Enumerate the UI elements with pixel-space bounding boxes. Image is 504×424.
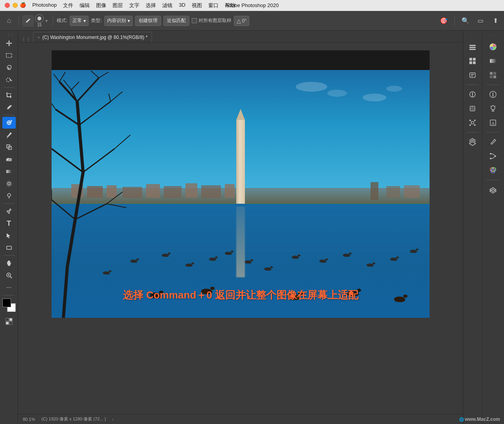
swatches-icon[interactable] <box>487 41 498 52</box>
menu-3d[interactable]: 3D <box>179 2 185 9</box>
pattern-panel-icon[interactable] <box>487 70 498 81</box>
approx-match-btn[interactable]: 近似匹配 <box>163 16 189 26</box>
menu-select[interactable]: 选择 <box>146 2 156 9</box>
close-button[interactable] <box>5 3 10 8</box>
layers-panel-toggle[interactable] <box>467 41 478 52</box>
info-panel-icon[interactable] <box>487 89 498 100</box>
separator-2 <box>53 16 53 26</box>
zoom-tool[interactable] <box>2 269 16 281</box>
foreground-color[interactable] <box>2 299 11 307</box>
quick-mask-toggle[interactable] <box>2 315 16 327</box>
canvas-wrapper[interactable]: 选择 Command＋0 返回并让整个图像在屏幕上适配 <box>18 42 463 414</box>
svg-rect-28 <box>107 185 117 198</box>
svg-rect-33 <box>201 185 221 198</box>
share-icon[interactable]: ⬆ <box>490 15 501 26</box>
duck-6 <box>245 260 252 264</box>
brush-settings-panel-icon[interactable] <box>487 136 498 147</box>
tool-sep-3 <box>4 203 15 204</box>
transform-panel-toggle[interactable] <box>467 117 478 128</box>
panel-col-expand[interactable]: ⋮⋮ <box>469 33 476 37</box>
panel-tools-expand[interactable]: ⋮⋮ <box>490 33 496 37</box>
watermark: 🌐 www.MacZ.com <box>459 417 463 422</box>
pen-tool[interactable] <box>2 205 16 217</box>
adjustments-panel-toggle[interactable] <box>467 103 478 114</box>
hand-tool[interactable] <box>2 257 16 269</box>
type-dropdown[interactable]: 内容识别 ▾ <box>104 16 133 26</box>
menu-window[interactable]: 窗口 <box>208 2 219 9</box>
svg-point-76 <box>491 106 495 110</box>
gradient-panel-icon[interactable] <box>487 55 498 66</box>
menu-file[interactable]: 文件 <box>63 2 73 9</box>
clone-stamp-tool[interactable] <box>2 141 16 153</box>
minimize-button[interactable] <box>13 3 18 8</box>
history-panel-toggle[interactable] <box>467 70 478 81</box>
gradient-tool[interactable] <box>2 166 16 177</box>
sample-all-layers-group: 对所有图层取样 <box>192 17 232 24</box>
menu-image[interactable]: 图像 <box>96 2 106 9</box>
cloud-2 <box>327 90 347 97</box>
crop-tool[interactable] <box>2 89 16 101</box>
target-icon[interactable]: 🎯 <box>438 15 449 26</box>
sample-all-checkbox[interactable] <box>192 18 197 23</box>
create-texture-btn[interactable]: 创建纹理 <box>135 16 161 26</box>
extra-tools[interactable]: ··· <box>2 282 16 293</box>
shape-tool[interactable] <box>2 242 16 254</box>
quick-select-tool[interactable] <box>2 74 16 86</box>
text-tool[interactable]: T <box>2 218 16 229</box>
menu-filter[interactable]: 滤镜 <box>162 2 172 9</box>
tab-close-btn[interactable]: × <box>37 35 40 40</box>
angle-input[interactable]: △ 0° <box>234 16 249 26</box>
tab-bar: ⋮⋮ × (C) Washington Monument.jpg @ 80.1%… <box>18 31 463 42</box>
paths-panel-icon[interactable] <box>487 151 498 162</box>
path-selection-tool[interactable] <box>2 230 16 241</box>
svg-rect-29 <box>122 187 142 198</box>
channels-panel-icon[interactable] <box>487 165 498 176</box>
menu-photoshop[interactable]: Photoshop <box>32 2 57 9</box>
blur-tool[interactable] <box>2 178 16 190</box>
brush-dropdown-arrow[interactable]: ▾ <box>45 18 48 24</box>
eraser-tool[interactable] <box>2 153 16 165</box>
svg-point-14 <box>7 194 11 197</box>
char-panel-icon[interactable]: A <box>487 117 498 128</box>
svg-point-2 <box>6 78 10 82</box>
channels-panel-toggle[interactable] <box>467 55 478 66</box>
layout-icon[interactable]: ▭ <box>475 15 486 26</box>
scene <box>52 70 430 318</box>
svg-rect-34 <box>225 184 235 198</box>
mode-dropdown[interactable]: 正常 ▾ <box>70 16 89 26</box>
dodge-tool[interactable] <box>2 190 16 202</box>
svg-rect-57 <box>471 76 473 76</box>
tabs-expand-left[interactable]: ⋮⋮ <box>21 37 31 42</box>
home-button[interactable]: ⌂ <box>3 15 15 27</box>
zoom-level: 80.1% <box>23 417 35 422</box>
move-tool[interactable] <box>2 37 16 49</box>
monument <box>236 109 245 206</box>
canvas-image <box>52 70 430 318</box>
lasso-tool[interactable] <box>2 62 16 74</box>
brush-tool[interactable] <box>2 129 16 141</box>
eyedropper-tool[interactable] <box>2 101 16 113</box>
menu-text[interactable]: 文字 <box>129 2 139 9</box>
healing-brush-tool[interactable] <box>2 117 16 129</box>
duck-large-4 <box>347 291 359 296</box>
layers-bottom-icon[interactable] <box>467 136 478 147</box>
document-info: (C) 1920 像素 x 1280 像素 (72... ) <box>41 416 106 422</box>
svg-rect-24 <box>9 322 12 324</box>
titlebar: 🍎 Photoshop 文件 编辑 图像 图层 文字 选择 滤镜 3D 视图 窗… <box>0 0 504 11</box>
properties-panel-toggle[interactable] <box>467 89 478 100</box>
layers-panel-icon-bottom[interactable] <box>487 184 498 195</box>
menu-edit[interactable]: 编辑 <box>80 2 90 9</box>
selection-rect-tool[interactable] <box>2 50 16 61</box>
menu-view[interactable]: 视图 <box>192 2 202 9</box>
duck-10 <box>343 254 350 257</box>
apple-menu[interactable]: 🍎 <box>20 2 26 9</box>
brush-icon[interactable] <box>22 15 33 26</box>
menu-help[interactable]: 帮助 <box>225 2 235 9</box>
lighting-panel-icon[interactable] <box>487 103 498 114</box>
document-tab[interactable]: × (C) Washington Monument.jpg @ 80.1%(RG… <box>33 32 152 42</box>
color-swatch[interactable] <box>2 299 16 312</box>
search-icon[interactable]: 🔍 <box>460 15 471 26</box>
tools-panel-expand[interactable]: ⋮⋮ <box>7 33 11 36</box>
menu-layer[interactable]: 图层 <box>113 2 123 9</box>
svg-rect-32 <box>185 183 197 198</box>
